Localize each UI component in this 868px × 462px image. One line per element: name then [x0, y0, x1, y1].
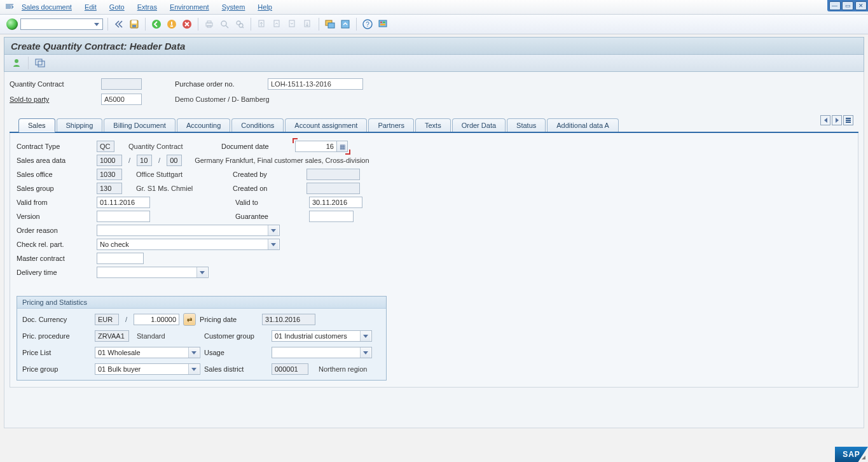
svg-rect-26 [36, 59, 42, 65]
svg-rect-14 [289, 20, 294, 27]
menu-extras[interactable]: Extras [131, 3, 163, 11]
document-date-f4-icon[interactable]: ▦ [336, 141, 348, 152]
valid-to-field[interactable]: 30.11.2016 [309, 197, 362, 208]
menu-help[interactable]: Help [251, 3, 279, 11]
delivery-time-label: Delivery time [17, 269, 93, 276]
standard-toolbar: ? [0, 15, 868, 34]
pric-procedure-field[interactable]: ZRVAA1 [95, 330, 129, 342]
exit-icon[interactable] [165, 18, 178, 31]
delivery-time-combo[interactable] [97, 267, 209, 278]
menu-system[interactable]: System [216, 3, 252, 11]
chevron-down-icon [268, 239, 279, 249]
cancel-icon[interactable] [181, 18, 193, 31]
pricing-date-label: Pricing date [200, 316, 258, 323]
sales-office-field[interactable]: 1030 [97, 169, 122, 180]
doc-currency-field[interactable]: EUR [95, 314, 119, 325]
po-field[interactable]: LOH-1511-13-2016 [268, 78, 363, 90]
quantity-contract-field[interactable] [101, 78, 142, 90]
version-field[interactable] [97, 211, 150, 222]
tab-accounting[interactable]: Accounting [177, 118, 230, 132]
division-field[interactable]: 00 [167, 155, 182, 166]
sold-to-label[interactable]: Sold-to party [10, 95, 97, 103]
sold-to-desc: Demo Customer / D- Bamberg [175, 95, 270, 103]
price-list-combo[interactable]: 01 Wholesale [95, 347, 200, 358]
exchange-rate-field[interactable]: 1.00000 [134, 314, 179, 325]
price-group-value: 01 Bulk buyer [98, 365, 141, 373]
menu-sales-document[interactable]: Sales document [15, 3, 78, 11]
generate-shortcut-icon[interactable] [339, 18, 352, 31]
tab-scroll-left[interactable] [820, 115, 830, 125]
guarantee-field[interactable] [309, 211, 354, 222]
svg-rect-30 [846, 122, 851, 123]
dist-channel-field[interactable]: 10 [137, 155, 152, 166]
svg-rect-22 [380, 22, 382, 23]
price-list-label: Price List [22, 349, 91, 356]
back-double-icon[interactable] [113, 18, 125, 31]
restore-button[interactable]: ▭ [842, 1, 853, 10]
command-field[interactable] [20, 18, 103, 30]
display-sold-to-party-icon[interactable] [11, 57, 22, 69]
header-overview-icon[interactable] [34, 57, 46, 69]
price-group-combo[interactable]: 01 Bulk buyer [95, 363, 200, 375]
quantity-contract-label: Quantity Contract [10, 80, 97, 88]
resize-handle-icon[interactable] [862, 456, 865, 459]
svg-rect-7 [207, 21, 211, 23]
contract-type-field[interactable]: QC [97, 141, 114, 152]
tab-conditions[interactable]: Conditions [231, 118, 284, 132]
close-button[interactable]: ✕ [855, 1, 867, 10]
exchange-rate-button[interactable]: ⇄ [183, 313, 196, 326]
tab-scroll-right[interactable] [832, 115, 842, 125]
save-icon[interactable] [128, 18, 141, 31]
tab-additional-data-a[interactable]: Additional data A [547, 118, 619, 132]
sales-district-desc: Northern region [312, 365, 367, 373]
menu-goto[interactable]: Goto [103, 3, 131, 11]
svg-rect-28 [846, 118, 851, 119]
tab-shipping[interactable]: Shipping [57, 118, 103, 132]
svg-point-9 [221, 21, 226, 26]
svg-rect-24 [380, 24, 385, 25]
tab-order-data[interactable]: Order Data [452, 118, 506, 132]
sales-district-field[interactable]: 000001 [272, 363, 308, 375]
tab-list-button[interactable] [843, 115, 853, 125]
tab-status[interactable]: Status [507, 118, 546, 132]
usage-combo[interactable] [272, 347, 372, 358]
tab-billing-document[interactable]: Billing Document [104, 118, 176, 132]
new-session-icon[interactable] [324, 18, 336, 31]
order-reason-combo[interactable] [97, 225, 280, 236]
sales-group-desc: Gr. S1 Ms. Chmiel [136, 185, 229, 192]
chevron-down-icon [188, 364, 199, 374]
master-contract-field[interactable] [97, 253, 144, 264]
customize-local-layout-icon[interactable] [376, 18, 389, 31]
po-label: Purchase order no. [175, 80, 264, 88]
next-page-icon [286, 18, 299, 31]
tab-texts[interactable]: Texts [415, 118, 451, 132]
svg-rect-29 [846, 120, 851, 121]
pric-procedure-desc: Standard [133, 332, 200, 340]
menu-environment[interactable]: Environment [163, 3, 216, 11]
back-icon[interactable] [150, 18, 163, 31]
main-panel: Quantity Contract Purchase order no. LOH… [4, 72, 864, 428]
menu-edit[interactable]: Edit [78, 3, 103, 11]
pric-procedure-label: Pric. procedure [22, 332, 91, 340]
minimize-button[interactable]: — [829, 1, 841, 10]
pricing-section-title: Pricing and Statistics [17, 297, 386, 309]
pricing-section: Pricing and Statistics Doc. Currency EUR… [17, 296, 387, 381]
sales-org-field[interactable]: 1000 [97, 155, 122, 166]
document-date-field[interactable]: 16 [295, 141, 337, 152]
find-next-icon [233, 18, 246, 31]
tab-partners[interactable]: Partners [368, 118, 414, 132]
sales-group-field[interactable]: 130 [97, 183, 122, 194]
chevron-down-icon [196, 267, 207, 277]
doc-currency-label: Doc. Currency [22, 316, 91, 323]
sold-to-field[interactable]: A5000 [101, 94, 142, 105]
command-field-icon[interactable] [4, 3, 15, 11]
enter-button[interactable] [6, 18, 18, 30]
help-icon[interactable]: ? [361, 18, 374, 31]
check-rel-part-combo[interactable]: No check [97, 239, 280, 250]
tab-sales[interactable]: Sales [18, 118, 55, 132]
pricing-date-field[interactable]: 31.10.2016 [262, 314, 315, 325]
valid-from-field[interactable]: 01.11.2016 [97, 197, 150, 208]
tab-account-assignment[interactable]: Account assignment [285, 118, 367, 132]
customer-group-label: Customer group [204, 332, 268, 340]
customer-group-combo[interactable]: 01 Industrial customers [272, 330, 372, 342]
